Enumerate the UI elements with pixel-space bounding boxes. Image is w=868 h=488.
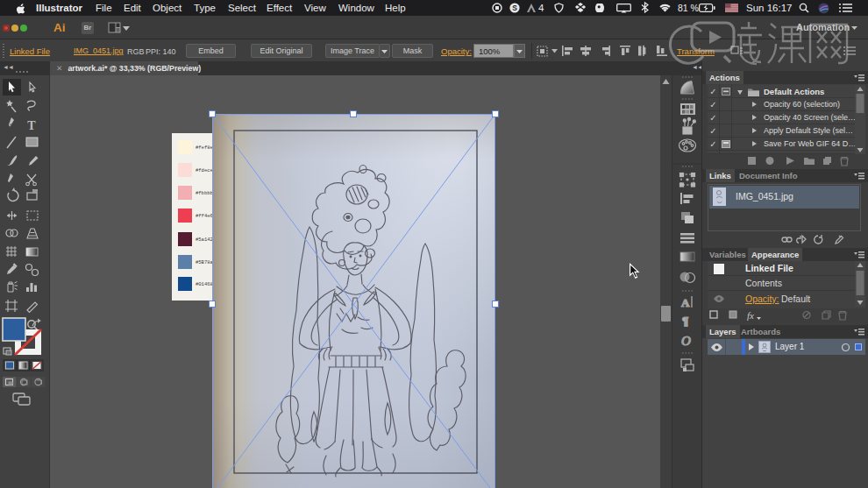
- svg-text:#ff4e6: #ff4e6: [196, 213, 213, 219]
- svg-text:#01468: #01468: [196, 281, 213, 287]
- svg-text:T: T: [27, 119, 36, 132]
- svg-text:A: A: [681, 296, 690, 309]
- svg-text:¶: ¶: [682, 315, 688, 328]
- svg-text:S: S: [512, 4, 517, 12]
- svg-text:fx: fx: [747, 310, 754, 321]
- svg-text:#5a142: #5a142: [196, 237, 213, 243]
- svg-text:#fef8e: #fef8e: [196, 145, 213, 151]
- svg-text:#fdece: #fdece: [196, 167, 213, 173]
- svg-text:#5B78a: #5B78a: [196, 259, 214, 265]
- svg-text:O: O: [681, 334, 691, 348]
- svg-text:#fbbbb: #fbbbb: [196, 190, 213, 196]
